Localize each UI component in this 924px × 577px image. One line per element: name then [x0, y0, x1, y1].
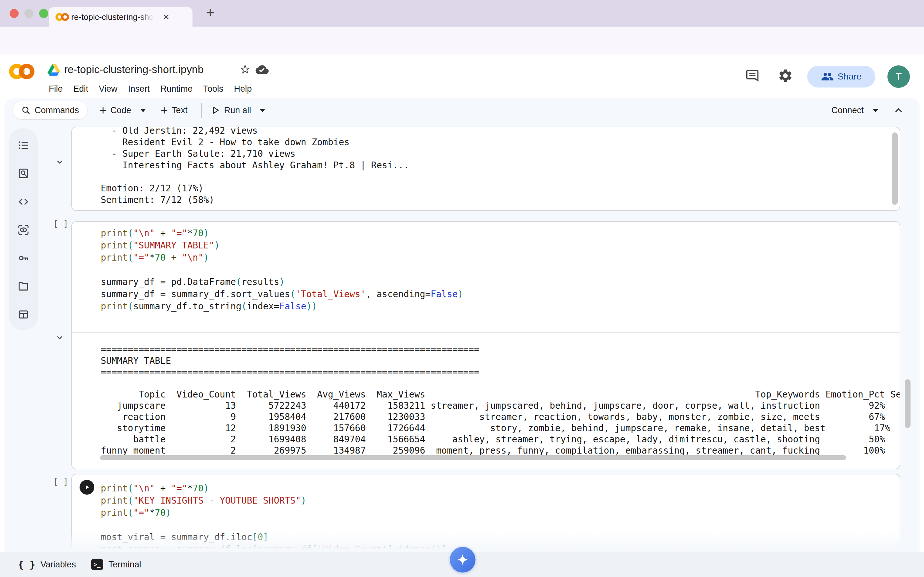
menu-tools[interactable]: Tools — [203, 84, 223, 94]
minimize-window-button[interactable] — [24, 9, 33, 18]
toolbar-divider — [201, 103, 202, 118]
menu-view[interactable]: View — [99, 84, 118, 94]
collapse-output-icon[interactable] — [55, 157, 65, 167]
output-horizontal-scrollbar[interactable] — [100, 455, 846, 460]
browser-toolbar: colab.research.google.com/drive/1zYGPw6n… — [0, 27, 924, 55]
drive-icon — [47, 64, 61, 76]
notebook-toolbar: Commands + Code + Text Run all — [13, 101, 265, 119]
menu-bar: File Edit View Insert Runtime Tools Help — [49, 84, 252, 94]
add-code-button[interactable]: Code — [110, 105, 131, 115]
add-text-button[interactable]: Text — [172, 105, 188, 115]
terminal-label: Terminal — [108, 560, 141, 570]
notebook-panel: Commands + Code + Text Run all Connect — [5, 98, 919, 552]
colab-header: re-topic-clustering-short.ipynb File Edi… — [0, 55, 924, 98]
commands-label: Commands — [35, 105, 79, 115]
data-table-icon[interactable] — [17, 308, 29, 321]
scene-detection-icon[interactable] — [17, 224, 29, 236]
cell3-run-indicator[interactable]: [ ] — [53, 477, 68, 486]
menu-runtime[interactable]: Runtime — [160, 84, 193, 94]
menu-help[interactable]: Help — [234, 84, 252, 94]
code-cell-2[interactable]: print("\n" + "="*70)print("SUMMARY TABLE… — [71, 221, 900, 469]
code-dropdown-caret[interactable] — [140, 109, 146, 112]
tab-title-fade — [138, 10, 158, 24]
people-icon — [821, 70, 834, 83]
comments-icon[interactable] — [745, 69, 760, 83]
add-code-plus-icon[interactable]: + — [99, 105, 107, 115]
add-text-plus-icon[interactable]: + — [161, 105, 168, 115]
notebook-title[interactable]: re-topic-clustering-short.ipynb — [64, 63, 204, 76]
cell2-run-indicator[interactable]: [ ] — [53, 219, 68, 229]
cloud-saved-icon[interactable] — [255, 64, 269, 75]
terminal-button[interactable]: >_ Terminal — [91, 552, 141, 577]
commands-button[interactable]: Commands — [13, 101, 87, 119]
connect-dropdown-caret[interactable] — [873, 109, 879, 112]
terminal-icon: >_ — [91, 559, 103, 570]
run-all-button[interactable]: Run all — [224, 105, 251, 115]
colab-favicon — [55, 12, 69, 22]
close-window-button[interactable] — [10, 9, 19, 18]
code-snippets-icon[interactable] — [17, 195, 29, 208]
star-icon[interactable] — [239, 63, 251, 75]
menu-insert[interactable]: Insert — [128, 84, 150, 94]
colab-logo — [8, 61, 35, 81]
files-folder-icon[interactable] — [17, 280, 29, 292]
output-cell-1[interactable]: - Old Jerstin: 22,492 views Resident Evi… — [71, 127, 900, 211]
secrets-key-icon[interactable] — [17, 252, 29, 264]
close-tab-icon[interactable]: × — [163, 10, 170, 24]
browser-tab-strip: re-topic-clustering-short.ipynb × + — [0, 0, 924, 27]
gemini-spark-icon — [456, 553, 469, 566]
cell1-output-text: - Old Jerstin: 22,492 views Resident Evi… — [101, 127, 409, 206]
run-all-play-icon[interactable] — [210, 105, 220, 115]
play-icon — [83, 484, 90, 491]
browser-tab[interactable]: re-topic-clustering-short.ipynb × — [49, 7, 192, 27]
variables-icon: { } — [18, 559, 35, 570]
share-label: Share — [838, 71, 862, 82]
collapse-output-icon[interactable] — [55, 333, 65, 342]
cell2-output-table: ========================================… — [101, 344, 900, 456]
connect-button[interactable]: Connect — [831, 105, 864, 115]
code-output-divider — [72, 332, 900, 333]
cell1-scrollbar[interactable] — [892, 132, 898, 205]
run-all-dropdown-caret[interactable] — [260, 109, 265, 112]
left-sidebar — [9, 128, 38, 330]
menu-edit[interactable]: Edit — [73, 84, 89, 94]
menu-file[interactable]: File — [49, 84, 63, 94]
find-and-replace-icon[interactable] — [17, 167, 29, 179]
table-of-contents-icon[interactable] — [17, 139, 29, 151]
collapse-toolbar-icon[interactable] — [893, 105, 904, 116]
notebook-scrollbar[interactable] — [905, 379, 911, 428]
share-button[interactable]: Share — [807, 66, 875, 87]
account-avatar[interactable]: T — [887, 65, 910, 88]
new-tab-button[interactable]: + — [206, 4, 215, 21]
variables-button[interactable]: { } Variables — [18, 552, 76, 577]
gemini-button[interactable] — [450, 547, 475, 572]
variables-label: Variables — [40, 560, 76, 570]
search-icon — [21, 105, 31, 115]
run-cell-button[interactable] — [79, 480, 94, 495]
cell2-code[interactable]: print("\n" + "="*70)print("SUMMARY TABLE… — [101, 227, 463, 313]
maximize-window-button[interactable] — [39, 9, 48, 18]
settings-gear-icon[interactable] — [778, 68, 793, 83]
